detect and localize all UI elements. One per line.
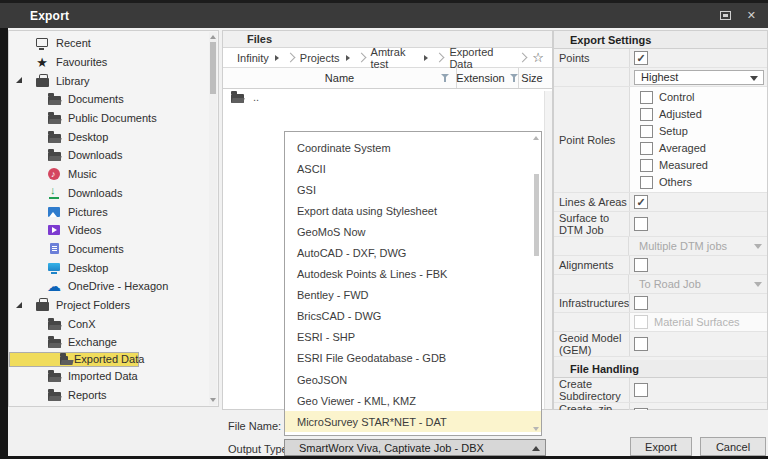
sidebar-item-downloads[interactable]: Downloads xyxy=(9,184,209,203)
format-option-bentley-fwd[interactable]: Bentley - FWD xyxy=(285,285,541,306)
format-option-esri-file-geodatabase-gdb[interactable]: ESRI File Geodatabase - GDB xyxy=(285,348,541,369)
checkbox-surface-to-dtm-job[interactable] xyxy=(634,217,648,231)
checkbox-geoid-model-gem[interactable] xyxy=(634,337,648,351)
format-option-label: GeoJSON xyxy=(297,374,347,386)
checkbox-averaged[interactable] xyxy=(640,142,653,155)
breadcrumb-item-infinity[interactable]: Infinity xyxy=(237,52,279,64)
output-type-combobox[interactable]: SmartWorx Viva, Captivate Job - DBX xyxy=(284,439,546,456)
docblue-icon xyxy=(47,242,61,256)
format-option-autocad-dxf-dwg[interactable]: AutoCAD - DXF, DWG xyxy=(285,242,541,263)
format-option-label: AutoCAD - DXF, DWG xyxy=(297,247,406,259)
point-role-option-averaged[interactable]: Averaged xyxy=(634,141,767,155)
chevron-up-icon xyxy=(532,446,540,451)
format-option-geo-viewer-kml-kmz[interactable]: Geo Viewer - KML, KMZ xyxy=(285,390,541,411)
point-role-option-others[interactable]: Others xyxy=(634,175,767,189)
close-icon[interactable]: ✕ xyxy=(747,10,756,21)
checkbox-control[interactable] xyxy=(640,91,653,104)
sidebar-item-exchange[interactable]: Exchange xyxy=(9,333,209,352)
checkbox-points[interactable] xyxy=(634,51,648,65)
column-header-size[interactable]: Size xyxy=(519,68,545,88)
breadcrumb-item-exported-data[interactable]: Exported Data xyxy=(449,46,511,70)
scroll-up-icon[interactable] xyxy=(533,136,539,140)
checkbox-create-subdirectory[interactable] xyxy=(634,383,648,397)
sidebar-item-conx[interactable]: ConX xyxy=(9,314,209,333)
format-option-geojson[interactable]: GeoJSON xyxy=(285,369,541,390)
restore-icon[interactable] xyxy=(720,11,731,20)
breadcrumb-item-projects[interactable]: Projects xyxy=(300,52,350,64)
sidebar-item-favourites[interactable]: Favourites xyxy=(9,53,209,72)
checkbox-label: Setup xyxy=(659,125,688,137)
sidebar-item-documents[interactable]: Documents xyxy=(9,240,209,259)
settings-row-multiple-dtm-jobs: Multiple DTM jobs xyxy=(554,237,767,256)
select-multiple-dtm-jobs: Multiple DTM jobs xyxy=(633,239,767,254)
funnel-icon[interactable] xyxy=(510,74,519,83)
chevron-down-icon[interactable] xyxy=(424,55,428,61)
chevron-down-icon[interactable] xyxy=(275,55,279,61)
scroll-down-icon[interactable] xyxy=(210,398,216,402)
settings-row-to-road-job: To Road Job xyxy=(554,275,767,294)
folder-icon xyxy=(47,317,61,331)
tree-scrollbar-thumb[interactable] xyxy=(210,42,216,94)
sidebar-item-downloads[interactable]: Downloads xyxy=(9,146,209,165)
sidebar-item-documents[interactable]: Documents xyxy=(9,90,209,109)
sidebar-item-library[interactable]: Library xyxy=(9,71,209,90)
format-option-gsi[interactable]: GSI xyxy=(285,179,541,200)
sidebar-item-music[interactable]: Music xyxy=(9,165,209,184)
dropdown-scrollbar-thumb[interactable] xyxy=(534,174,539,256)
sidebar-item-imported-data[interactable]: Imported Data xyxy=(9,367,209,386)
checkbox-others[interactable] xyxy=(640,176,653,189)
settings-row-label xyxy=(554,237,628,255)
checkbox-alignments[interactable] xyxy=(634,258,648,272)
sidebar-item-public-documents[interactable]: Public Documents xyxy=(9,109,209,128)
checkbox-setup[interactable] xyxy=(640,125,653,138)
format-option-esri-shp[interactable]: ESRI - SHP xyxy=(285,327,541,348)
scroll-down-icon[interactable] xyxy=(533,427,539,431)
sidebar-item-exported-data[interactable]: Exported Data xyxy=(9,352,139,367)
expand-arrow-icon[interactable] xyxy=(16,77,22,83)
checkbox-measured[interactable] xyxy=(640,159,653,172)
checkbox-lines-areas[interactable] xyxy=(634,195,648,209)
format-option-geomos-now[interactable]: GeoMoS Now xyxy=(285,221,541,242)
point-role-option-adjusted[interactable]: Adjusted xyxy=(634,107,767,121)
chevron-down-icon xyxy=(754,282,762,287)
point-role-option-control[interactable]: Control xyxy=(634,90,767,104)
column-header-extension[interactable]: Extension xyxy=(457,68,519,88)
sidebar-item-pictures[interactable]: Pictures xyxy=(9,202,209,221)
tree-scrollbar[interactable] xyxy=(209,32,217,405)
star-outline-icon[interactable]: ☆ xyxy=(532,51,544,64)
export-button[interactable]: Export xyxy=(630,437,692,456)
sidebar-item-desktop[interactable]: Desktop xyxy=(9,258,209,277)
chevron-down-icon[interactable] xyxy=(346,55,350,61)
format-option-ascii[interactable]: ASCII xyxy=(285,158,541,179)
sidebar-item-project-folders[interactable]: Project Folders xyxy=(9,296,209,315)
sidebar-item-clipped[interactable] xyxy=(9,404,209,407)
breadcrumb-separator-icon xyxy=(356,53,366,63)
select-highest[interactable]: Highest xyxy=(634,70,764,85)
sidebar-item-videos[interactable]: Videos xyxy=(9,221,209,240)
point-role-option-setup[interactable]: Setup xyxy=(634,124,767,138)
files-scrollbar[interactable] xyxy=(544,91,552,409)
format-option-export-data-using-stylesheet[interactable]: Export data using Stylesheet xyxy=(285,200,541,221)
format-option-microsurvey-star-net-dat[interactable]: MicroSurvey STAR*NET - DAT xyxy=(285,411,541,432)
format-option-coordinate-system[interactable]: Coordinate System xyxy=(285,137,541,158)
checkbox-infrastructures[interactable] xyxy=(634,296,648,310)
expand-arrow-icon[interactable] xyxy=(16,302,22,308)
point-role-option-measured[interactable]: Measured xyxy=(634,158,767,172)
breadcrumb-item-amtrak-test[interactable]: Amtrak test xyxy=(371,46,429,70)
sidebar-item-desktop[interactable]: Desktop xyxy=(9,127,209,146)
sidebar-item-onedrive-hexagon[interactable]: OneDrive - Hexagon xyxy=(9,277,209,296)
format-option-bricscad-dwg[interactable]: BricsCAD - DWG xyxy=(285,306,541,327)
checkbox-adjusted[interactable] xyxy=(640,108,653,121)
format-option-label: ASCII xyxy=(297,163,326,175)
cancel-button[interactable]: Cancel xyxy=(700,437,766,456)
scroll-up-icon[interactable] xyxy=(210,35,216,39)
column-header-name[interactable]: Name xyxy=(223,68,457,88)
format-option-autodesk-points-lines-fbk[interactable]: Autodesk Points & Lines - FBK xyxy=(285,264,541,285)
select-to-road-job: To Road Job xyxy=(633,277,767,292)
dropdown-scrollbar[interactable] xyxy=(532,132,541,435)
sidebar-item-reports[interactable]: Reports xyxy=(9,385,209,404)
sidebar-item-recent[interactable]: Recent xyxy=(9,34,209,53)
sidebar-item-label: Recent xyxy=(56,37,91,49)
file-row-up-directory[interactable]: .. xyxy=(223,89,552,105)
funnel-icon[interactable] xyxy=(441,74,450,83)
